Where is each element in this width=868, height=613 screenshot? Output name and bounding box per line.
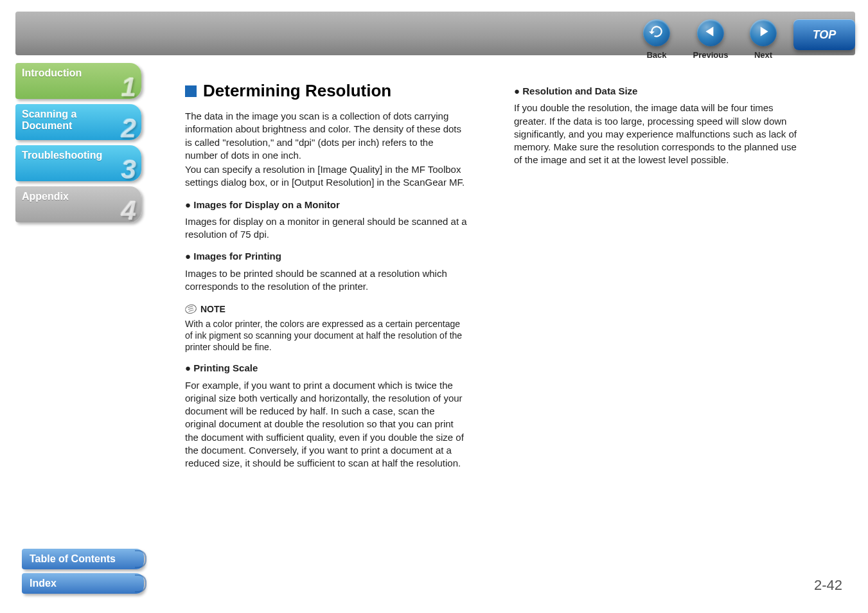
note-icon	[184, 303, 197, 315]
back-button[interactable]	[643, 19, 670, 46]
note-label: NOTE	[200, 303, 226, 315]
subheading-scale: Printing Scale	[185, 362, 468, 375]
monitor-body: Images for display on a monitor in gener…	[185, 215, 468, 242]
content-area: Determining Resolution The data in the i…	[185, 81, 842, 568]
previous-button[interactable]	[697, 19, 724, 46]
note-body: With a color printer, the colors are exp…	[185, 318, 468, 353]
sidebar-item-introduction[interactable]: Introduction 1	[15, 55, 144, 99]
sidebar-item-label: Troubleshooting	[22, 150, 135, 161]
back-icon	[648, 23, 665, 42]
index-label: Index	[30, 578, 57, 589]
page-number: 2-42	[814, 577, 842, 594]
top-nav: Back Previous Next TOP	[629, 19, 855, 60]
top-label: TOP	[813, 28, 837, 42]
datasize-body: If you double the resolution, the image …	[514, 102, 797, 166]
top-button[interactable]: TOP	[793, 19, 855, 50]
subheading-datasize: Resolution and Data Size	[514, 85, 797, 98]
intro-paragraph-2: You can specify a resolution in [Image Q…	[185, 163, 468, 190]
next-button[interactable]	[750, 19, 777, 46]
index-button[interactable]: Index	[22, 573, 144, 594]
note-header: NOTE	[185, 303, 468, 315]
subheading-monitor: Images for Display on a Monitor	[185, 199, 468, 211]
previous-label: Previous	[693, 50, 729, 60]
previous-icon	[702, 23, 719, 42]
bottom-tabs: Table of Contents Index	[22, 545, 144, 594]
toc-label: Table of Contents	[30, 553, 116, 565]
content-column-right: Resolution and Data Size If you double t…	[514, 81, 797, 568]
sidebar: Introduction 1 Scanning a Document 2 Tro…	[15, 55, 144, 220]
intro-paragraph-1: The data in the image you scan is a coll…	[185, 110, 468, 162]
subheading-printing: Images for Printing	[185, 250, 468, 263]
heading-text: Determining Resolution	[203, 81, 391, 101]
sidebar-item-scanning[interactable]: Scanning a Document 2	[15, 96, 144, 140]
sidebar-item-troubleshooting[interactable]: Troubleshooting 3	[15, 138, 144, 181]
heading-square-icon	[185, 85, 197, 97]
back-label: Back	[646, 50, 666, 60]
sidebar-item-appendix[interactable]: Appendix 4	[15, 179, 144, 222]
printing-body: Images to be printed should be scanned a…	[185, 267, 468, 294]
content-column-left: Determining Resolution The data in the i…	[185, 81, 468, 568]
sidebar-item-label: Appendix	[22, 191, 135, 202]
scale-body: For example, if you want to print a docu…	[185, 379, 468, 470]
toc-button[interactable]: Table of Contents	[22, 549, 144, 569]
sidebar-item-label: Scanning a Document	[22, 109, 135, 132]
sidebar-item-label: Introduction	[22, 67, 135, 79]
next-label: Next	[754, 50, 772, 60]
next-icon	[755, 23, 772, 42]
section-heading: Determining Resolution	[185, 81, 468, 101]
